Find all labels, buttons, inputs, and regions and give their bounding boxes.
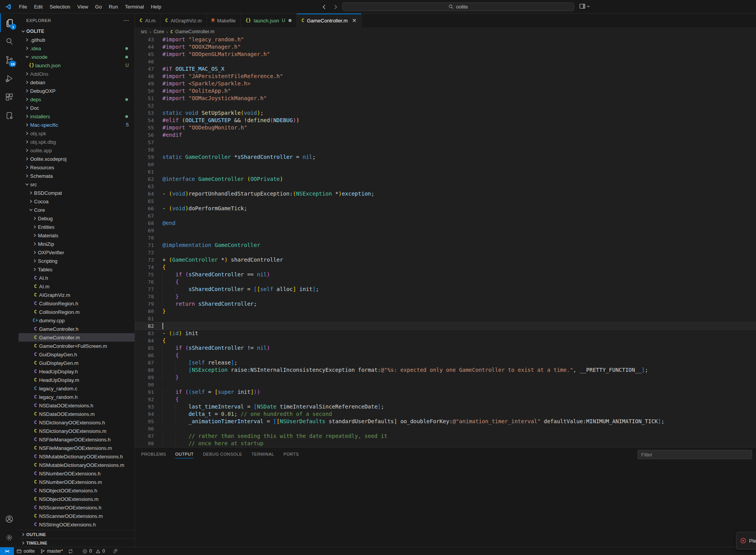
tree-folder-oolite-app[interactable]: oolite.app: [19, 146, 135, 155]
tree-folder-cocoa[interactable]: Cocoa: [19, 197, 135, 206]
tree-folder-vscode[interactable]: .vscode: [19, 53, 135, 61]
tree-file-nsscannerooextensions-m[interactable]: CNSScannerOOExtensions.m: [19, 512, 135, 520]
tree-folder-doc[interactable]: Doc: [19, 104, 135, 112]
menu-view[interactable]: View: [74, 0, 92, 14]
problems-status-item[interactable]: 0 0: [80, 547, 108, 555]
tree-folder-scripting[interactable]: Scripting: [19, 257, 135, 265]
tree-folder-resources[interactable]: Resources: [19, 163, 135, 172]
tree-file-collisionregion-h[interactable]: CCollisionRegion.h: [19, 299, 135, 308]
git-branch-status-item[interactable]: master*: [38, 547, 76, 555]
menu-edit[interactable]: Edit: [31, 0, 46, 14]
breadcrumb[interactable]: src›Core›CGameController.m: [135, 27, 756, 36]
tree-folder-oxpverifier[interactable]: OXPVerifier: [19, 248, 135, 257]
tree-file-guidisplaygen-h[interactable]: CGuiDisplayGen.h: [19, 350, 135, 359]
menu-selection[interactable]: Selection: [46, 0, 73, 14]
tree-folder-oolite[interactable]: OOLITE: [19, 27, 135, 36]
remote-indicator[interactable]: ><: [0, 547, 14, 555]
back-arrow-icon[interactable]: [321, 4, 327, 10]
tree-folder-schemata[interactable]: Schemata: [19, 172, 135, 180]
tree-file-nsdataooextensions-m[interactable]: CNSDataOOExtensions.m: [19, 410, 135, 418]
tree-file-nsdictionaryooextensions-h[interactable]: CNSDictionaryOOExtensions.h: [19, 418, 135, 427]
tree-folder-deps[interactable]: deps: [19, 95, 135, 104]
search-view-icon[interactable]: [0, 32, 19, 51]
tree-file-nsfilemanagerooextensions-h[interactable]: CNSFileManagerOOExtensions.h: [19, 435, 135, 444]
breadcrumb-item[interactable]: GameController.m: [175, 29, 214, 34]
forward-arrow-icon[interactable]: [333, 4, 339, 10]
tree-file-dummy-cpp[interactable]: C+dummy.cpp: [19, 316, 135, 325]
modified-dot-icon[interactable]: [288, 19, 292, 22]
tree-file-nsfilemanagerooextensions-m[interactable]: CNSFileManagerOOExtensions.m: [19, 444, 135, 452]
notification-toast[interactable]: Plea: [736, 532, 756, 550]
tree-file-nsmutabledictionaryooextensions-m[interactable]: CNSMutableDictionaryOOExtensions.m: [19, 461, 135, 469]
tree-file-gamecontroller-m[interactable]: CGameController.m: [19, 333, 135, 342]
tree-file-ai-m[interactable]: CAI.m: [19, 282, 135, 291]
tab-launch-json[interactable]: {}launch.jsonU: [241, 14, 297, 27]
tree-file-legacy-random-h[interactable]: Clegacy_random.h: [19, 393, 135, 401]
menu-run[interactable]: Run: [105, 0, 121, 14]
breadcrumb-item[interactable]: src: [141, 29, 147, 34]
tree-folder-debian[interactable]: debian: [19, 78, 135, 87]
tree-folder-obj-spk-dbg[interactable]: obj.spk.dbg: [19, 138, 135, 146]
tree-folder-mac-specific[interactable]: Mac-specificS: [19, 121, 135, 129]
panel-tab-ports[interactable]: PORTS: [283, 448, 299, 461]
tree-folder-oolite-xcodeproj[interactable]: Oolite.xcodeproj: [19, 155, 135, 163]
tree-file-launch-json[interactable]: {}launch.jsonU: [19, 61, 135, 70]
tree-file-nsmutabledictionaryooextensions-h[interactable]: CNSMutableDictionaryOOExtensions.h: [19, 452, 135, 461]
panel-tab-problems[interactable]: PROBLEMS: [141, 448, 166, 461]
tree-file-guidisplaygen-m[interactable]: CGuiDisplayGen.m: [19, 359, 135, 367]
timeline-section[interactable]: TIMELINE: [19, 538, 135, 547]
panel-tab-terminal[interactable]: TERMINAL: [251, 448, 274, 461]
tree-file-ai-h[interactable]: CAI.h: [19, 274, 135, 282]
command-center-search[interactable]: oolite: [342, 2, 574, 11]
tree-file-gamecontroller-fullscreen-m[interactable]: CGameController+FullScreen.m: [19, 342, 135, 350]
menu-terminal[interactable]: Terminal: [121, 0, 147, 14]
tree-file-nsstringooextensions-h[interactable]: CNSStringOOExtensions.h: [19, 520, 135, 529]
tree-folder-idea[interactable]: .idea: [19, 44, 135, 53]
panel-filter-input[interactable]: [638, 450, 752, 459]
remote-explorer-icon[interactable]: [0, 106, 19, 125]
launch-status-item[interactable]: [110, 547, 121, 555]
tab-gamecontroller-m[interactable]: CGameController.m✕: [297, 14, 361, 27]
settings-gear-icon[interactable]: [0, 528, 19, 547]
tree-folder-bsdcompat[interactable]: BSDCompat: [19, 189, 135, 197]
tree-folder-debug[interactable]: Debug: [19, 214, 135, 223]
workspace-status-item[interactable]: oolite: [14, 547, 38, 555]
tree-folder-core[interactable]: Core: [19, 206, 135, 214]
panel-tab-debug-console[interactable]: DEBUG CONSOLE: [203, 448, 242, 461]
explorer-icon[interactable]: 1: [0, 14, 19, 32]
breadcrumb-item[interactable]: Core: [154, 29, 164, 34]
panel-tab-output[interactable]: OUTPUT: [175, 448, 194, 461]
tree-file-gamecontroller-h[interactable]: CGameController.h: [19, 325, 135, 333]
run-debug-icon[interactable]: [0, 69, 19, 88]
menu-file[interactable]: File: [15, 0, 31, 14]
source-control-icon[interactable]: 18: [0, 51, 19, 69]
tree-file-nsdataooextensions-h[interactable]: CNSDataOOExtensions.h: [19, 401, 135, 410]
tree-file-nsobjectooextensions-m[interactable]: CNSObjectOOExtensions.m: [19, 495, 135, 503]
tree-folder-src[interactable]: src: [19, 180, 135, 189]
tree-file-nsobjectooextensions-h[interactable]: CNSObjectOOExtensions.h: [19, 486, 135, 495]
tree-folder-tables[interactable]: Tables: [19, 265, 135, 274]
tree-file-headupdisplay-h[interactable]: CHeadUpDisplay.h: [19, 367, 135, 376]
tree-file-nsnumberooextensions-h[interactable]: CNSNumberOOExtensions.h: [19, 469, 135, 478]
tab-makefile[interactable]: MMakefile: [207, 14, 241, 27]
tree-folder-installers[interactable]: installers: [19, 112, 135, 121]
tree-folder-obj-spk[interactable]: obj.spk: [19, 129, 135, 138]
tree-folder-materials[interactable]: Materials: [19, 231, 135, 240]
tree-folder-github[interactable]: .github: [19, 36, 135, 44]
account-icon[interactable]: [0, 510, 19, 528]
tree-folder-debugoxp[interactable]: DebugOXP: [19, 87, 135, 95]
extensions-icon[interactable]: [0, 88, 19, 106]
tree-file-nsdictionaryooextensions-m[interactable]: CNSDictionaryOOExtensions.m: [19, 427, 135, 435]
tree-file-nsnumberooextensions-m[interactable]: CNSNumberOOExtensions.m: [19, 478, 135, 486]
tree-folder-addons[interactable]: AddOns: [19, 70, 135, 78]
tree-file-headupdisplay-m[interactable]: CHeadUpDisplay.m: [19, 376, 135, 384]
menu-help[interactable]: Help: [147, 0, 165, 14]
tab-ai-m[interactable]: CAI.m: [135, 14, 160, 27]
layout-toggle-button[interactable]: [579, 3, 590, 9]
explorer-more-actions-icon[interactable]: ⋯: [123, 17, 130, 24]
tree-file-aigraphviz-m[interactable]: CAIGraphViz.m: [19, 291, 135, 299]
tab-aigraphviz-m[interactable]: CAIGraphViz.m: [160, 14, 207, 27]
code-editor[interactable]: 43#import "legacy_random.h"44#import "OO…: [135, 36, 756, 447]
tree-folder-entities[interactable]: Entities: [19, 223, 135, 231]
tree-file-collisionregion-m[interactable]: CCollisionRegion.m: [19, 308, 135, 316]
